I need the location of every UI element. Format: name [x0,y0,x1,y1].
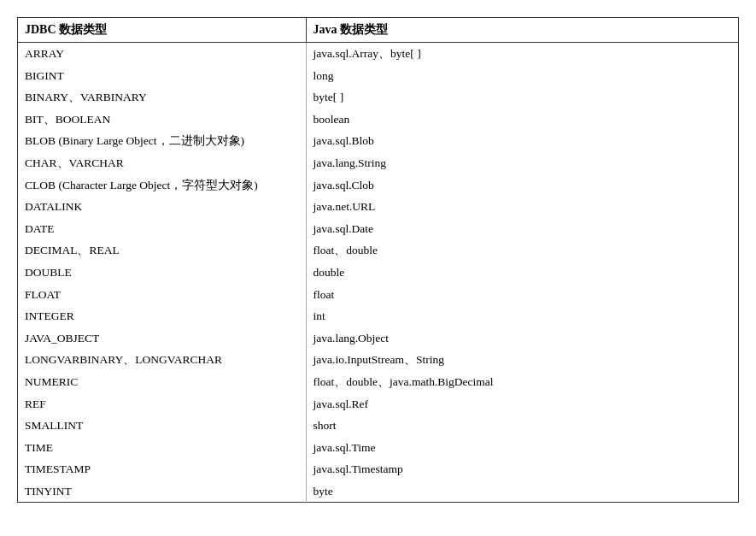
java-type-cell: java.sql.Array、byte[ ] [306,43,738,65]
jdbc-type-cell: DATALINK [18,196,307,218]
java-type-cell: java.sql.Clob [306,174,738,197]
jdbc-type-cell: BINARY、VARBINARY [18,86,307,109]
table-row: INTEGERint [18,305,739,327]
header-jdbc-type: JDBC 数据类型 [18,18,307,43]
jdbc-type-cell: DATE [18,218,307,240]
java-type-cell: byte [306,480,738,503]
java-type-cell: java.io.InputStream、String [306,349,738,371]
table-row: DATALINKjava.net.URL [18,196,739,218]
jdbc-type-cell: DECIMAL、REAL [18,239,307,262]
header-java-type: Java 数据类型 [306,18,738,43]
table-row: DOUBLEdouble [18,262,739,284]
java-type-cell: java.sql.Ref [306,393,738,415]
jdbc-java-type-table: JDBC 数据类型 Java 数据类型 ARRAYjava.sql.Array、… [17,17,739,503]
jdbc-type-cell: TIME [18,437,307,459]
table-row: CLOB (Character Large Object，字符型大对象)java… [18,174,739,197]
jdbc-type-cell: BIGINT [18,65,307,87]
jdbc-type-cell: CHAR、VARCHAR [18,152,307,174]
table-row: CHAR、VARCHARjava.lang.String [18,152,739,174]
java-type-cell: java.lang.Object [306,327,738,350]
java-type-cell: java.sql.Blob [306,130,738,152]
java-type-cell: short [306,415,738,437]
jdbc-type-cell: REF [18,393,307,415]
jdbc-type-cell: TIMESTAMP [18,458,307,480]
jdbc-type-cell: TINYINT [18,480,307,503]
java-type-cell: float [306,284,738,306]
jdbc-type-cell: CLOB (Character Large Object，字符型大对象) [18,174,307,197]
jdbc-type-cell: BIT、BOOLEAN [18,109,307,131]
table-row: LONGVARBINARY、LONGVARCHARjava.io.InputSt… [18,349,739,371]
jdbc-type-cell: ARRAY [18,43,307,65]
table-row: BLOB (Binary Large Object，二进制大对象)java.sq… [18,130,739,152]
java-type-cell: byte[ ] [306,86,738,109]
table-row: ARRAYjava.sql.Array、byte[ ] [18,43,739,65]
table-row: DECIMAL、REALfloat、double [18,239,739,262]
jdbc-type-cell: INTEGER [18,305,307,327]
jdbc-type-cell: NUMERIC [18,371,307,393]
java-type-cell: java.sql.Time [306,437,738,459]
java-type-cell: java.lang.String [306,152,738,174]
java-type-cell: java.sql.Date [306,218,738,240]
java-type-cell: double [306,262,738,284]
table-row: BIT、BOOLEANboolean [18,109,739,131]
table-row: FLOATfloat [18,284,739,306]
java-type-cell: boolean [306,109,738,131]
table-row: TIMEjava.sql.Time [18,437,739,459]
jdbc-type-cell: FLOAT [18,284,307,306]
java-type-cell: int [306,305,738,327]
table-row: TINYINTbyte [18,480,739,503]
jdbc-type-cell: JAVA_OBJECT [18,327,307,350]
jdbc-type-cell: DOUBLE [18,262,307,284]
jdbc-type-cell: LONGVARBINARY、LONGVARCHAR [18,349,307,371]
table-row: REFjava.sql.Ref [18,393,739,415]
java-type-cell: float、double [306,239,738,262]
table-row: JAVA_OBJECTjava.lang.Object [18,327,739,350]
table-row: BIGINTlong [18,65,739,87]
java-type-cell: java.net.URL [306,196,738,218]
java-type-cell: java.sql.Timestamp [306,458,738,480]
java-type-cell: long [306,65,738,87]
table-row: BINARY、VARBINARYbyte[ ] [18,86,739,109]
table-row: DATEjava.sql.Date [18,218,739,240]
jdbc-type-cell: SMALLINT [18,415,307,437]
java-type-cell: float、double、java.math.BigDecimal [306,371,738,393]
table-row: SMALLINTshort [18,415,739,437]
table-row: NUMERICfloat、double、java.math.BigDecimal [18,371,739,393]
table-row: TIMESTAMPjava.sql.Timestamp [18,458,739,480]
jdbc-type-cell: BLOB (Binary Large Object，二进制大对象) [18,130,307,152]
